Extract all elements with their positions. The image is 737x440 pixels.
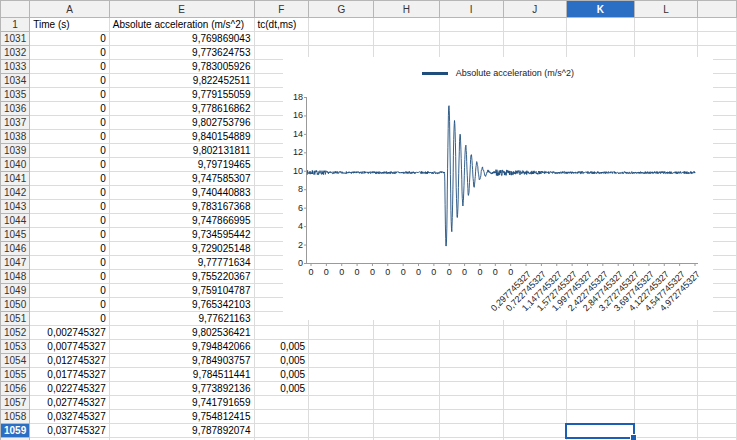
cell-G1054[interactable] bbox=[309, 354, 374, 368]
cell-K1054[interactable] bbox=[566, 354, 634, 368]
cell-E1049[interactable]: 9,759104787 bbox=[109, 284, 254, 298]
cell-H1058[interactable] bbox=[374, 410, 439, 424]
row-header-1040[interactable]: 1040 bbox=[1, 158, 30, 172]
cell-A1053[interactable]: 0,007745327 bbox=[30, 340, 109, 354]
cell-J1056[interactable] bbox=[503, 382, 566, 396]
cell-A1033[interactable]: 0 bbox=[30, 60, 109, 74]
cell-K1053[interactable] bbox=[566, 340, 634, 354]
cell-A1036[interactable]: 0 bbox=[30, 102, 109, 116]
cell-G1055[interactable] bbox=[309, 368, 374, 382]
cell-F1053[interactable]: 0,005 bbox=[254, 340, 309, 354]
cell-H1053[interactable] bbox=[374, 340, 439, 354]
row-header-1039[interactable]: 1039 bbox=[1, 144, 30, 158]
row-header-1058[interactable]: 1058 bbox=[1, 410, 30, 424]
cell-H1052[interactable] bbox=[374, 326, 439, 340]
row-header-1056[interactable]: 1056 bbox=[1, 382, 30, 396]
row-header-1033[interactable]: 1033 bbox=[1, 60, 30, 74]
cell-L1055[interactable] bbox=[634, 368, 697, 382]
cell-H1056[interactable] bbox=[374, 382, 439, 396]
cell-A1057[interactable]: 0,027745327 bbox=[30, 396, 109, 410]
column-header-E[interactable]: E bbox=[109, 1, 254, 18]
cell-E1057[interactable]: 9,741791659 bbox=[109, 396, 254, 410]
cell-E1051[interactable]: 9,77621163 bbox=[109, 312, 254, 326]
cell-A1052[interactable]: 0,002745327 bbox=[30, 326, 109, 340]
cell-K1031[interactable] bbox=[566, 32, 634, 46]
cell-H1059[interactable] bbox=[374, 424, 439, 438]
cell-E1033[interactable]: 9,783005926 bbox=[109, 60, 254, 74]
cell-K1055[interactable] bbox=[566, 368, 634, 382]
cell-I1058[interactable] bbox=[439, 410, 503, 424]
cell-L1059[interactable] bbox=[634, 424, 697, 438]
row-header-1044[interactable]: 1044 bbox=[1, 214, 30, 228]
cell-F1[interactable]: tc(dt,ms) bbox=[254, 18, 309, 32]
cell-I1[interactable] bbox=[439, 18, 503, 32]
cell-L1056[interactable] bbox=[634, 382, 697, 396]
cell-H1057[interactable] bbox=[374, 396, 439, 410]
cell-A1048[interactable]: 0 bbox=[30, 270, 109, 284]
row-header-1059[interactable]: 1059 bbox=[1, 424, 30, 438]
cell-L1053[interactable] bbox=[634, 340, 697, 354]
cell-E1047[interactable]: 9,77771634 bbox=[109, 256, 254, 270]
cell-F1054[interactable]: 0,005 bbox=[254, 354, 309, 368]
cell-J1[interactable] bbox=[503, 18, 566, 32]
cell-K1[interactable] bbox=[566, 18, 634, 32]
select-all-corner[interactable] bbox=[1, 1, 30, 18]
row-header-1054[interactable]: 1054 bbox=[1, 354, 30, 368]
cell-G1052[interactable] bbox=[309, 326, 374, 340]
row-header-1046[interactable]: 1046 bbox=[1, 242, 30, 256]
cell-K1057[interactable] bbox=[566, 396, 634, 410]
cell-E1045[interactable]: 9,734595442 bbox=[109, 228, 254, 242]
cell-K1059[interactable] bbox=[566, 424, 634, 438]
cell-1052[interactable] bbox=[698, 326, 737, 340]
cell-E1050[interactable]: 9,765342103 bbox=[109, 298, 254, 312]
cell-H1[interactable] bbox=[374, 18, 439, 32]
cell-H1031[interactable] bbox=[374, 32, 439, 46]
cell-J1055[interactable] bbox=[503, 368, 566, 382]
cell-A1039[interactable]: 0 bbox=[30, 144, 109, 158]
cell-E1059[interactable]: 9,787892074 bbox=[109, 424, 254, 438]
cell-E1035[interactable]: 9,779155059 bbox=[109, 88, 254, 102]
cell-1056[interactable] bbox=[698, 382, 737, 396]
row-header-1050[interactable]: 1050 bbox=[1, 298, 30, 312]
cell-A1034[interactable]: 0 bbox=[30, 74, 109, 88]
cell-E1040[interactable]: 9,79719465 bbox=[109, 158, 254, 172]
cell-J1054[interactable] bbox=[503, 354, 566, 368]
cell-A1044[interactable]: 0 bbox=[30, 214, 109, 228]
column-header-L[interactable]: L bbox=[634, 1, 697, 18]
cell-K1056[interactable] bbox=[566, 382, 634, 396]
cell-I1055[interactable] bbox=[439, 368, 503, 382]
cell-K1052[interactable] bbox=[566, 326, 634, 340]
cell-L1057[interactable] bbox=[634, 396, 697, 410]
cell-A1049[interactable]: 0 bbox=[30, 284, 109, 298]
cell-K1058[interactable] bbox=[566, 410, 634, 424]
cell-G1056[interactable] bbox=[309, 382, 374, 396]
cell-E1041[interactable]: 9,747585307 bbox=[109, 172, 254, 186]
column-header-J[interactable]: J bbox=[503, 1, 566, 18]
cell-A1041[interactable]: 0 bbox=[30, 172, 109, 186]
row-header-1038[interactable]: 1038 bbox=[1, 130, 30, 144]
row-header-1053[interactable]: 1053 bbox=[1, 340, 30, 354]
cell-I1056[interactable] bbox=[439, 382, 503, 396]
cell-G1053[interactable] bbox=[309, 340, 374, 354]
cell-E1058[interactable]: 9,754812415 bbox=[109, 410, 254, 424]
cell-E1046[interactable]: 9,729025148 bbox=[109, 242, 254, 256]
cell-A1040[interactable]: 0 bbox=[30, 158, 109, 172]
row-header-1052[interactable]: 1052 bbox=[1, 326, 30, 340]
cell-F1055[interactable]: 0,005 bbox=[254, 368, 309, 382]
row-header-1031[interactable]: 1031 bbox=[1, 32, 30, 46]
cell-E1043[interactable]: 9,783167368 bbox=[109, 200, 254, 214]
row-header-1042[interactable]: 1042 bbox=[1, 186, 30, 200]
cell-A1042[interactable]: 0 bbox=[30, 186, 109, 200]
cell-G1059[interactable] bbox=[309, 424, 374, 438]
cell-1057[interactable] bbox=[698, 396, 737, 410]
cell-1[interactable] bbox=[698, 18, 737, 32]
column-header-overflow[interactable] bbox=[698, 1, 737, 18]
cell-F1058[interactable] bbox=[254, 410, 309, 424]
cell-J1052[interactable] bbox=[503, 326, 566, 340]
cell-A1047[interactable]: 0 bbox=[30, 256, 109, 270]
cell-1059[interactable] bbox=[698, 424, 737, 438]
row-header-1032[interactable]: 1032 bbox=[1, 46, 30, 60]
column-header-I[interactable]: I bbox=[439, 1, 503, 18]
cell-E1039[interactable]: 9,802131811 bbox=[109, 144, 254, 158]
cell-E1038[interactable]: 9,840154889 bbox=[109, 130, 254, 144]
